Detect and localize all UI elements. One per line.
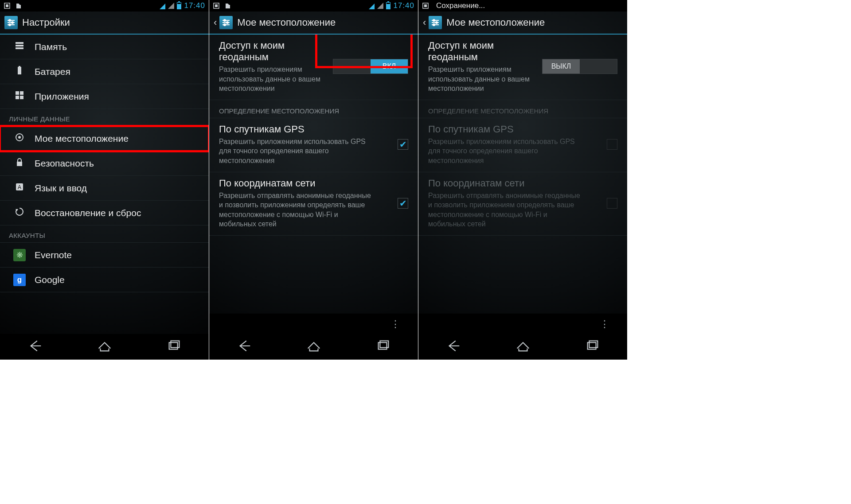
settings-app-icon xyxy=(219,16,233,29)
back-icon[interactable]: ‹ xyxy=(214,17,217,28)
row-label: Evernote xyxy=(35,250,72,260)
status-bar: Сохранение... xyxy=(418,0,627,12)
status-bar: ◢ 17:40 xyxy=(209,0,418,12)
action-bar[interactable]: ‹ Мое местоположение xyxy=(209,12,418,35)
nav-back-button[interactable] xyxy=(445,337,462,356)
toggle-on-label: ВКЛ xyxy=(371,59,408,74)
storage-icon xyxy=(13,41,26,53)
item-title: Доступ к моим геоданным xyxy=(219,40,327,63)
battery-icon xyxy=(386,2,390,9)
clock: 17:40 xyxy=(184,1,205,10)
back-icon[interactable]: ‹ xyxy=(423,17,426,28)
row-label: Безопасность xyxy=(35,158,94,169)
nav-recent-button[interactable] xyxy=(166,337,183,356)
location-access-toggle[interactable]: ВКЛ xyxy=(333,59,408,74)
item-title: По спутникам GPS xyxy=(428,124,580,135)
item-desc: Разрешить приложениям использовать данны… xyxy=(219,65,327,93)
item-desc: Разрешить отправлять анонимные геоданные… xyxy=(219,191,371,229)
item-gps: По спутникам GPS Разрешить приложениям и… xyxy=(418,118,627,172)
location-settings: Доступ к моим геоданным Разрешить прилож… xyxy=(209,35,418,314)
svg-rect-9 xyxy=(16,45,23,47)
row-security[interactable]: Безопасность xyxy=(0,151,209,176)
item-network-location: По координатам сети Разрешить отправлять… xyxy=(418,172,627,236)
action-bar[interactable]: ‹ Мое местоположение xyxy=(418,12,627,35)
svg-point-32 xyxy=(224,24,226,26)
restore-icon xyxy=(13,207,26,219)
item-location-access: Доступ к моим геоданным Разрешить прилож… xyxy=(209,35,418,100)
screenshot-icon xyxy=(422,2,429,9)
row-storage[interactable]: Память xyxy=(0,35,209,59)
svg-rect-26 xyxy=(215,4,218,7)
svg-rect-8 xyxy=(16,42,23,44)
svg-rect-14 xyxy=(20,91,23,95)
navigation-bar xyxy=(0,334,209,360)
svg-point-6 xyxy=(12,22,13,23)
svg-point-30 xyxy=(224,19,226,21)
row-apps[interactable]: Приложения xyxy=(0,84,209,109)
section-accounts: АККАУНТЫ xyxy=(0,225,209,243)
screenshot-icon xyxy=(213,2,220,9)
nav-home-button[interactable] xyxy=(515,337,531,356)
row-label: Восстановление и сброс xyxy=(35,208,141,218)
svg-point-41 xyxy=(436,22,437,23)
location-access-toggle[interactable]: ВЫКЛ xyxy=(542,59,617,74)
row-label: Мое местоположение xyxy=(35,133,129,144)
nav-back-button[interactable] xyxy=(236,337,253,356)
svg-point-40 xyxy=(433,19,435,21)
signal-icon xyxy=(168,3,174,9)
row-account-google[interactable]: g Google xyxy=(0,268,209,292)
svg-rect-19 xyxy=(17,162,22,166)
item-desc: Разрешить отправлять анонимные геоданные… xyxy=(428,191,580,229)
overflow-dots[interactable]: ⋮ xyxy=(418,314,627,334)
page-title: Настройки xyxy=(22,17,70,28)
item-gps[interactable]: По спутникам GPS Разрешить приложениям и… xyxy=(209,118,418,172)
svg-rect-36 xyxy=(424,4,427,7)
phone-settings: ◢ 17:40 Настройки Память Батарея xyxy=(0,0,209,360)
network-checkbox[interactable] xyxy=(398,198,408,209)
item-title: По координатам сети xyxy=(219,178,371,189)
phone-location-on: ◢ 17:40 ‹ Мое местоположение Доступ к мо… xyxy=(209,0,418,360)
navigation-bar xyxy=(209,334,418,360)
location-icon xyxy=(13,132,26,144)
svg-point-42 xyxy=(433,24,435,26)
gps-checkbox[interactable] xyxy=(398,139,408,150)
toggle-off-label: ВЫКЛ xyxy=(543,59,580,74)
battery-icon xyxy=(13,66,26,78)
item-desc: Разрешить приложениям использовать данны… xyxy=(428,65,536,93)
svg-rect-16 xyxy=(20,96,23,99)
page-title: Мое местоположение xyxy=(237,17,336,28)
row-label: Язык и ввод xyxy=(35,183,87,194)
navigation-bar xyxy=(418,334,627,360)
section-location-sources: ОПРЕДЕЛЕНИЕ МЕСТОПОЛОЖЕНИЯ xyxy=(418,100,627,118)
row-location[interactable]: Мое местоположение xyxy=(0,126,209,151)
row-label: Память xyxy=(35,42,67,52)
clock: 17:40 xyxy=(393,1,414,10)
google-icon: g xyxy=(13,274,26,286)
row-label: Батарея xyxy=(35,66,70,77)
nav-home-button[interactable] xyxy=(305,337,322,356)
overflow-dots[interactable]: ⋮ xyxy=(209,314,418,334)
row-backup-reset[interactable]: Восстановление и сброс xyxy=(0,201,209,225)
settings-list[interactable]: Память Батарея Приложения ЛИЧНЫЕ ДАННЫЕ … xyxy=(0,35,209,334)
svg-point-31 xyxy=(226,22,228,23)
section-location-sources: ОПРЕДЕЛЕНИЕ МЕСТОПОЛОЖЕНИЯ xyxy=(209,100,418,118)
action-bar: Настройки xyxy=(0,12,209,35)
item-network-location[interactable]: По координатам сети Разрешить отправлять… xyxy=(209,172,418,236)
svg-rect-15 xyxy=(16,96,19,99)
nav-recent-button[interactable] xyxy=(584,337,601,356)
lock-icon xyxy=(13,157,26,169)
svg-point-5 xyxy=(9,19,11,21)
row-label: Приложения xyxy=(35,91,89,102)
row-language[interactable]: A Язык и ввод xyxy=(0,176,209,201)
item-location-access: Доступ к моим геоданным Разрешить прилож… xyxy=(418,35,627,100)
svg-point-7 xyxy=(9,24,11,26)
nav-back-button[interactable] xyxy=(27,337,43,356)
svg-text:A: A xyxy=(18,184,21,190)
svg-rect-10 xyxy=(16,47,23,49)
row-battery[interactable]: Батарея xyxy=(0,59,209,84)
row-account-evernote[interactable]: ❋ Evernote xyxy=(0,243,209,268)
nav-home-button[interactable] xyxy=(96,337,113,356)
wifi-icon: ◢ xyxy=(160,1,165,11)
settings-app-icon xyxy=(4,16,18,29)
nav-recent-button[interactable] xyxy=(375,337,392,356)
